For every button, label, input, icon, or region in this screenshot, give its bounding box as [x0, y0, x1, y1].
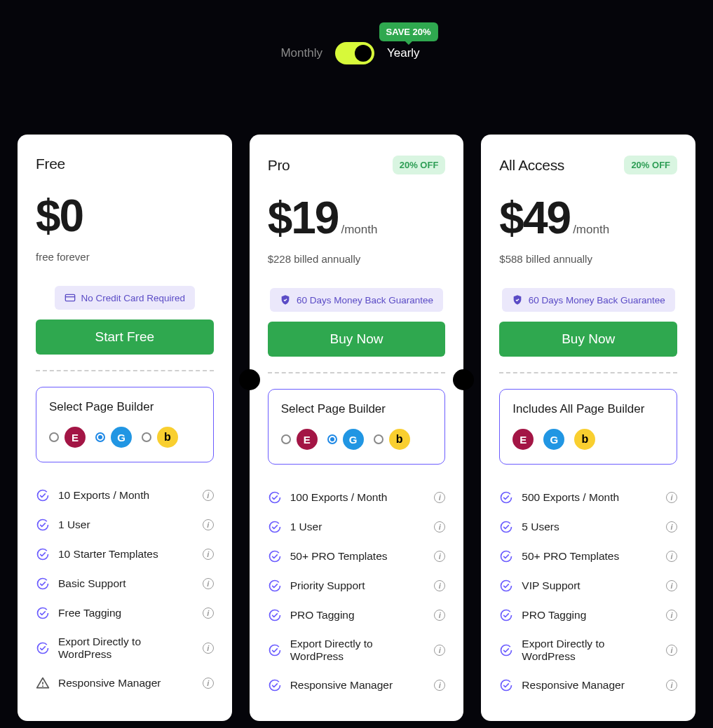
feature-text: 5 Users [522, 521, 658, 533]
plan-card-free: Free $0 free forever No Credit Card Requ… [18, 135, 232, 721]
feature-item: 10 Starter Templatesi [36, 540, 214, 569]
start-free-button[interactable]: Start Free [36, 320, 214, 355]
builder-option-bricks[interactable]: b [142, 427, 178, 448]
check-icon [268, 549, 282, 563]
feature-text: 500 Exports / Month [522, 491, 658, 504]
warning-icon [36, 676, 50, 690]
elementor-icon: E [64, 427, 86, 448]
builder-option-gutenberg[interactable]: G [327, 429, 364, 450]
plan-note-text: 60 Days Money Back Guarantee [297, 295, 433, 305]
builder-option-gutenberg[interactable]: G [95, 427, 132, 448]
info-icon[interactable]: i [666, 580, 677, 591]
builder-label: Includes All Page Builder [512, 402, 664, 416]
plan-sub: $228 billed annually [268, 253, 446, 267]
check-icon [36, 641, 50, 655]
divider [36, 370, 214, 371]
svg-point-5 [38, 579, 48, 589]
info-icon[interactable]: i [434, 521, 445, 533]
plan-title: All Access [499, 157, 564, 174]
info-icon[interactable]: i [666, 645, 677, 656]
svg-point-19 [501, 551, 512, 562]
feature-item: 5 Usersi [499, 512, 677, 542]
info-icon[interactable]: i [203, 549, 214, 560]
feature-list: 100 Exports / Monthi1 Useri50+ PRO Templ… [268, 483, 446, 700]
check-icon [268, 579, 282, 593]
feature-item: 100 Exports / Monthi [268, 483, 446, 512]
info-icon[interactable]: i [203, 490, 214, 501]
check-icon [36, 577, 50, 591]
info-icon[interactable]: i [203, 607, 214, 619]
divider [268, 372, 446, 373]
svg-point-23 [501, 680, 512, 691]
svg-point-13 [269, 581, 280, 591]
plan-note: No Credit Card Required [55, 286, 196, 310]
info-icon[interactable]: i [666, 551, 677, 562]
builder-box: Includes All Page Builder E G b [499, 389, 677, 465]
radio-icon [49, 432, 59, 442]
buy-now-button[interactable]: Buy Now [268, 322, 446, 357]
feature-text: Export Directly to WordPress [58, 636, 194, 661]
feature-text: PRO Tagging [522, 609, 658, 621]
elementor-icon: E [297, 429, 318, 450]
billing-period-switch: Monthly Yearly SAVE 20% [0, 42, 713, 64]
discount-badge: 20% OFF [624, 156, 677, 174]
info-icon[interactable]: i [434, 551, 445, 562]
info-icon[interactable]: i [203, 578, 214, 589]
buy-now-button[interactable]: Buy Now [499, 322, 677, 357]
builder-option-elementor[interactable]: E [281, 429, 318, 450]
feature-text: 1 User [290, 521, 426, 533]
plan-per: /month [341, 223, 377, 237]
svg-rect-0 [65, 294, 74, 301]
info-icon[interactable]: i [666, 680, 677, 691]
feature-item: 50+ PRO Templatesi [499, 542, 677, 571]
period-monthly-label[interactable]: Monthly [280, 46, 322, 60]
svg-point-18 [501, 522, 512, 533]
info-icon[interactable]: i [434, 680, 445, 691]
feature-item: PRO Taggingi [268, 600, 446, 630]
info-icon[interactable]: i [203, 643, 214, 654]
plan-sub: free forever [36, 251, 214, 265]
feature-item: Responsive Manageri [36, 668, 214, 698]
period-toggle[interactable] [335, 42, 374, 64]
feature-text: Export Directly to WordPress [290, 638, 426, 663]
info-icon[interactable]: i [666, 492, 677, 503]
builder-option-elementor[interactable]: E [49, 427, 86, 448]
feature-text: Free Tagging [58, 607, 194, 619]
info-icon[interactable]: i [434, 492, 445, 503]
check-icon [36, 606, 50, 620]
feature-list: 500 Exports / Monthi5 Usersi50+ PRO Temp… [499, 483, 677, 700]
check-icon [499, 549, 513, 563]
feature-text: 50+ PRO Templates [290, 550, 426, 563]
feature-item: Free Taggingi [36, 598, 214, 628]
check-icon [268, 678, 282, 692]
feature-item: Export Directly to WordPressi [268, 630, 446, 671]
info-icon[interactable]: i [434, 645, 445, 656]
builder-option-bricks[interactable]: b [374, 429, 410, 450]
info-icon[interactable]: i [203, 519, 214, 530]
plan-price: $19 [268, 195, 339, 240]
feature-text: VIP Support [522, 579, 658, 592]
check-icon [499, 608, 513, 622]
info-icon[interactable]: i [434, 610, 445, 621]
info-icon[interactable]: i [666, 521, 677, 533]
gutenberg-icon: G [111, 427, 132, 448]
ticket-notch [453, 369, 474, 390]
plan-note: 60 Days Money Back Guarantee [270, 288, 443, 312]
feature-item: 50+ PRO Templatesi [268, 542, 446, 571]
svg-point-10 [269, 493, 280, 503]
feature-item: 1 Useri [36, 510, 214, 540]
period-yearly-label[interactable]: Yearly [387, 46, 420, 60]
feature-text: Basic Support [58, 577, 194, 590]
svg-point-15 [269, 645, 280, 656]
check-icon [268, 520, 282, 534]
info-icon[interactable]: i [203, 678, 214, 689]
feature-list: 10 Exports / Monthi1 Useri10 Starter Tem… [36, 481, 214, 698]
toggle-knob [355, 45, 372, 62]
svg-point-14 [269, 610, 280, 621]
info-icon[interactable]: i [434, 580, 445, 591]
check-icon [36, 547, 50, 561]
feature-text: Responsive Manager [58, 677, 194, 689]
info-icon[interactable]: i [666, 610, 677, 621]
feature-text: Responsive Manager [522, 679, 658, 692]
feature-text: 50+ PRO Templates [522, 550, 658, 563]
